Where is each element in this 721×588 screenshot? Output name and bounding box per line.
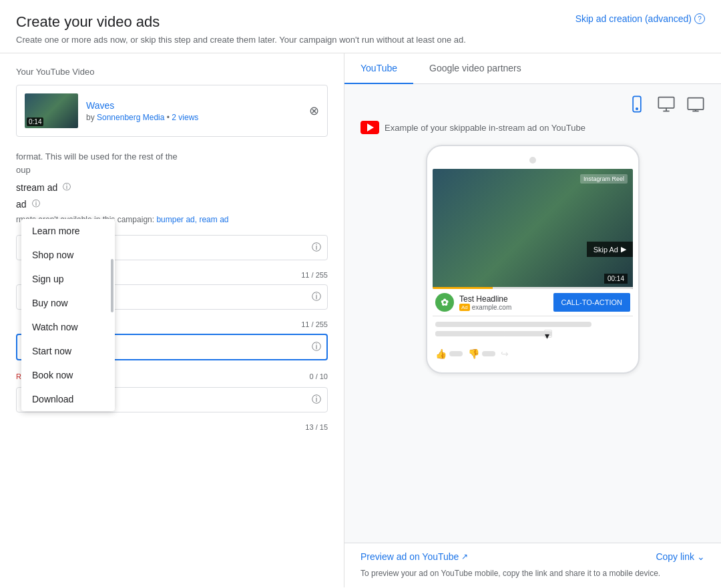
ad-help-icon[interactable]: ⓘ [32, 198, 40, 210]
video-author: Sonnenberg Media [97, 113, 164, 122]
svg-rect-5 [688, 98, 703, 110]
video-thumbnail: 0:14 [25, 93, 78, 128]
share-icon[interactable]: ↪ [501, 348, 509, 359]
format-section: format. This will be used for the rest o… [16, 150, 328, 224]
preview-description: Example of your skippable in-stream ad o… [385, 123, 585, 133]
content-placeholder: ▾ [433, 316, 633, 346]
preview-footer: Preview ad on YouTube ↗ Copy link ⌄ To p… [344, 543, 721, 587]
dropdown-item-shop-now[interactable]: Shop now [21, 243, 115, 267]
skip-ad-button[interactable]: Skip Ad ▶ [587, 242, 633, 257]
header-left: Create your video ads Create one or more… [16, 13, 466, 45]
cta-help-icon[interactable]: ⓘ [312, 341, 321, 353]
dislike-icon[interactable]: 👎 [468, 348, 479, 359]
video-title: Waves [86, 100, 301, 111]
main-content: Your YouTube Video 0:14 Waves by Sonnenb… [0, 53, 721, 587]
ad-format-label: stream ad [16, 182, 57, 193]
right-panel: YouTube Google video partners [344, 53, 721, 587]
ad-text: Test Headline Ad example.com [459, 294, 548, 311]
dropdown-item-buy-now[interactable]: Buy now [21, 291, 115, 315]
copy-link-group: Copy link ⌄ [656, 551, 705, 562]
phone-mockup: Instagram Reel Skip Ad ▶ 00:14 [426, 145, 640, 374]
tab-google-video-partners[interactable]: Google video partners [413, 53, 537, 84]
dropdown-item-watch-now[interactable]: Watch now [21, 315, 115, 339]
ad-format-row: stream ad ⓘ [16, 182, 328, 193]
content-line-1 [435, 322, 591, 327]
ad-info-bar: ✿ Test Headline Ad example.com CALL-TO-A… [433, 289, 633, 316]
youtube-video-label: Your YouTube Video [16, 67, 328, 77]
page-header: Create your video ads Create one or more… [0, 0, 721, 53]
video-views: 2 views [172, 113, 198, 122]
video-preview: Instagram Reel Skip Ad ▶ 00:14 [433, 169, 633, 289]
video-card: 0:14 Waves by Sonnenberg Media • 2 views… [16, 85, 328, 137]
skip-creation-link[interactable]: Skip ad creation (advanced) ? [575, 13, 705, 24]
ad-label: ad [16, 199, 27, 210]
preview-tabs: YouTube Google video partners [344, 53, 721, 84]
second-url-help-icon[interactable]: ⓘ [312, 291, 321, 303]
advertiser-logo: ✿ [435, 293, 454, 312]
ad-badge-url: Ad example.com [459, 304, 548, 311]
device-icons [344, 84, 721, 121]
dropdown-item-sign-up[interactable]: Sign up [21, 267, 115, 291]
desktop-device-icon[interactable] [657, 95, 676, 115]
video-progress-bar[interactable] [433, 287, 633, 289]
skip-help-icon: ? [694, 13, 705, 24]
preview-label-row: Example of your skippable in-stream ad o… [360, 121, 705, 134]
youtube-play-icon [367, 123, 374, 131]
final-url-help-icon[interactable]: ⓘ [312, 242, 321, 254]
video-info: Waves by Sonnenberg Media • 2 views [86, 100, 301, 122]
instagram-reel-badge: Instagram Reel [580, 174, 628, 184]
headline-help-icon[interactable]: ⓘ [312, 394, 321, 406]
stream-ad-link[interactable]: ream ad [199, 215, 228, 224]
cta-preview-button[interactable]: CALL-TO-ACTION [553, 293, 630, 312]
action-bar: 👍 👎 ↪ [433, 346, 633, 362]
video-duration: 0:14 [27, 117, 43, 126]
cta-dropdown: Learn more Shop now Sign up Buy now Watc… [21, 219, 115, 411]
left-panel: Your YouTube Video 0:14 Waves by Sonnenb… [0, 53, 344, 587]
svg-rect-2 [658, 97, 674, 108]
dropdown-item-book-now[interactable]: Book now [21, 363, 115, 387]
ad-badge: Ad [459, 304, 470, 311]
progress-fill [433, 287, 493, 289]
cta-counter: 0 / 10 [309, 372, 328, 380]
preview-area: Example of your skippable in-stream ad o… [344, 121, 721, 543]
svg-point-1 [636, 108, 638, 109]
like-icon[interactable]: 👍 [435, 348, 447, 359]
remove-video-button[interactable]: ⊗ [309, 103, 319, 118]
dropdown-item-download[interactable]: Download [21, 387, 115, 411]
ad-headline: Test Headline [459, 294, 548, 304]
tv-device-icon[interactable] [686, 95, 705, 115]
skip-play-icon: ▶ [621, 245, 626, 254]
video-meta: by Sonnenberg Media • 2 views [86, 113, 301, 122]
copy-link-button[interactable]: Copy link [656, 551, 694, 562]
ad-label-row: ad ⓘ [16, 198, 328, 210]
preview-ad-link[interactable]: Preview ad on YouTube ↗ [360, 551, 468, 562]
ad-display-url: example.com [472, 304, 511, 311]
video-timer: 00:14 [604, 274, 628, 284]
copy-link-chevron[interactable]: ⌄ [697, 551, 705, 562]
content-line-2: ▾ [435, 331, 552, 336]
dropdown-item-learn-more[interactable]: Learn more [21, 219, 115, 243]
dropdown-scrollbar [111, 259, 113, 312]
page-subtitle: Create one or more ads now, or skip this… [16, 35, 466, 45]
tab-youtube[interactable]: YouTube [344, 53, 413, 84]
mobile-device-icon[interactable] [628, 95, 646, 115]
dropdown-item-start-now[interactable]: Start now [21, 339, 115, 363]
format-help-icon[interactable]: ⓘ [63, 182, 71, 193]
preview-links-row: Preview ad on YouTube ↗ Copy link ⌄ [360, 551, 705, 562]
youtube-logo [360, 121, 379, 134]
bumper-ad-link[interactable]: bumper ad, [156, 215, 197, 224]
external-link-icon: ↗ [461, 552, 468, 561]
format-description: format. This will be used for the rest o… [16, 150, 328, 176]
phone-camera [529, 157, 536, 164]
headline-counter: 13 / 15 [16, 423, 328, 431]
preview-note: To preview your ad on YouTube mobile, co… [360, 567, 705, 579]
page-title: Create your video ads [16, 13, 466, 31]
